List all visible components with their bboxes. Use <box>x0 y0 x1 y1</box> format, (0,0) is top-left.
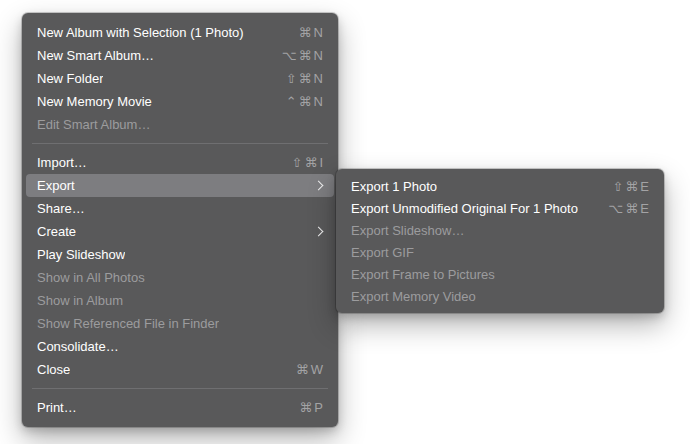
desktop-background: New Album with Selection (1 Photo)⌘NNew … <box>0 0 690 444</box>
menu-item-label: Export Slideshow… <box>351 223 464 238</box>
menu-item-export-frame-to-pictures: Export Frame to Pictures <box>336 263 664 285</box>
menu-separator <box>32 388 328 389</box>
file-menu: New Album with Selection (1 Photo)⌘NNew … <box>22 13 338 427</box>
menu-item-play-slideshow[interactable]: Play Slideshow <box>22 243 338 266</box>
menu-item-export-memory-video: Export Memory Video <box>336 285 664 307</box>
menu-item-label: Create <box>37 224 76 239</box>
keyboard-shortcut: ⇧⌘I <box>279 155 325 170</box>
menu-item-label: Show in All Photos <box>37 270 145 285</box>
menu-item-show-referenced-file-in-finder: Show Referenced File in Finder <box>22 312 338 335</box>
menu-item-export-unmodified-original[interactable]: Export Unmodified Original For 1 Photo⌥⌘… <box>336 197 664 219</box>
menu-item-consolidate[interactable]: Consolidate… <box>22 335 338 358</box>
export-submenu: Export 1 Photo⇧⌘EExport Unmodified Origi… <box>336 169 664 313</box>
menu-item-label: Export Memory Video <box>351 289 476 304</box>
menu-item-label: Show in Album <box>37 293 123 308</box>
menu-item-label: Close <box>37 362 70 377</box>
keyboard-shortcut: ⌥⌘N <box>270 48 325 63</box>
menu-item-label: Edit Smart Album… <box>37 117 150 132</box>
menu-item-create[interactable]: Create <box>22 220 338 243</box>
menu-separator <box>32 143 328 144</box>
keyboard-shortcut: ⌘N <box>287 25 325 40</box>
menu-item-new-smart-album[interactable]: New Smart Album…⌥⌘N <box>22 44 338 67</box>
menu-item-label: Import… <box>37 155 87 170</box>
menu-item-share[interactable]: Share… <box>22 197 338 220</box>
menu-item-export-1-photo[interactable]: Export 1 Photo⇧⌘E <box>336 175 664 197</box>
menu-item-label: Export Frame to Pictures <box>351 267 495 282</box>
menu-item-label: New Memory Movie <box>37 94 152 109</box>
menu-item-label: Share… <box>37 201 85 216</box>
menu-item-label: New Folder <box>37 71 103 86</box>
menu-item-import[interactable]: Import…⇧⌘I <box>22 151 338 174</box>
menu-item-label: Export <box>37 178 75 193</box>
menu-item-label: Show Referenced File in Finder <box>37 316 219 331</box>
menu-item-label: Print… <box>37 400 77 415</box>
menu-item-label: Export 1 Photo <box>351 179 437 194</box>
menu-item-export-slideshow: Export Slideshow… <box>336 219 664 241</box>
menu-item-show-in-all-photos: Show in All Photos <box>22 266 338 289</box>
keyboard-shortcut: ⌘P <box>287 400 325 415</box>
menu-item-label: Export GIF <box>351 245 414 260</box>
menu-item-close[interactable]: Close⌘W <box>22 358 338 381</box>
keyboard-shortcut: ⌥⌘E <box>596 201 651 216</box>
menu-item-new-folder[interactable]: New Folder⇧⌘N <box>22 67 338 90</box>
menu-item-label: Export Unmodified Original For 1 Photo <box>351 201 578 216</box>
keyboard-shortcut: ⌘W <box>284 362 325 377</box>
menu-item-print[interactable]: Print…⌘P <box>22 396 338 419</box>
keyboard-shortcut: ⇧⌘N <box>274 71 325 86</box>
menu-item-show-in-album: Show in Album <box>22 289 338 312</box>
keyboard-shortcut: ⌃⌘N <box>274 94 325 109</box>
menu-item-label: Play Slideshow <box>37 247 125 262</box>
menu-item-label: New Smart Album… <box>37 48 154 63</box>
menu-item-new-memory-movie[interactable]: New Memory Movie⌃⌘N <box>22 90 338 113</box>
submenu-chevron-icon <box>314 227 324 237</box>
menu-item-edit-smart-album: Edit Smart Album… <box>22 113 338 136</box>
menu-item-export-gif: Export GIF <box>336 241 664 263</box>
menu-item-label: Consolidate… <box>37 339 119 354</box>
keyboard-shortcut: ⇧⌘E <box>600 179 651 194</box>
menu-item-new-album-with-selection[interactable]: New Album with Selection (1 Photo)⌘N <box>22 21 338 44</box>
submenu-chevron-icon <box>314 181 324 191</box>
menu-item-label: New Album with Selection (1 Photo) <box>37 25 244 40</box>
menu-item-export[interactable]: Export <box>26 174 334 197</box>
